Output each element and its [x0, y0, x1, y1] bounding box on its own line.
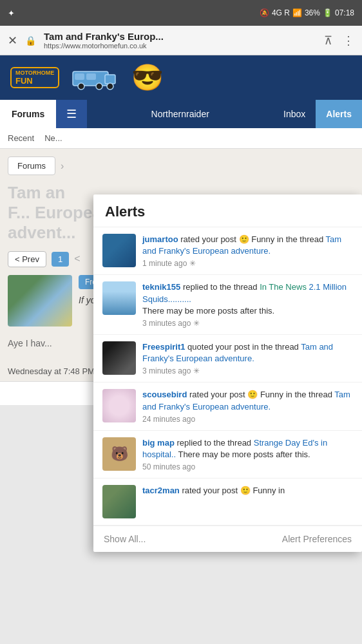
alert-preferences-link[interactable]: Alert Preferences — [282, 534, 352, 544]
battery-icon: 🔋 — [323, 8, 332, 17]
current-page: 1 — [52, 252, 69, 267]
site-header: MOTORHOME FUN 😎 — [0, 55, 362, 100]
alert-item[interactable]: tacr2man rated your post 🙂 Funny in — [93, 478, 362, 526]
avatar — [102, 485, 136, 518]
alert-content: jumartoo rated your post 🙂 Funny in the … — [142, 234, 353, 268]
alert-text: Freespirit1 quoted your post in the thre… — [142, 341, 353, 365]
sun-icon: ✳ — [193, 319, 200, 328]
url-bar[interactable]: https://www.motorhomefun.co.uk — [44, 42, 316, 50]
time-label: 07:18 — [335, 8, 354, 17]
alert-time: 3 minutes ago ✳ — [142, 319, 353, 328]
breadcrumb: Forums › — [8, 156, 354, 175]
status-bar: ✦ 🔕 4G R 📶 36% 🔋 07:18 — [0, 0, 362, 26]
alert-time: 24 minutes ago — [142, 415, 353, 424]
page-title: Tam and Franky's Europ... — [44, 31, 316, 42]
nav-hamburger-button[interactable]: ☰ — [56, 100, 87, 128]
nav-forums[interactable]: Forums — [0, 100, 56, 128]
site-logo[interactable]: MOTORHOME FUN — [10, 67, 59, 88]
alert-username: Freespirit1 — [142, 342, 185, 352]
show-all-link[interactable]: Show All... — [104, 534, 146, 544]
alert-item[interactable]: scousebird rated your post 🙂 Funny in th… — [93, 383, 362, 430]
alert-item[interactable]: 🐻 big map replied to the thread Strange … — [93, 431, 362, 478]
alert-content: Freespirit1 quoted your post in the thre… — [142, 341, 353, 375]
vehicle-icon — [70, 62, 121, 93]
site-mascot: 😎 — [131, 62, 164, 93]
alert-username: jumartoo — [142, 234, 178, 244]
svg-rect-1 — [75, 73, 84, 80]
menu-icon[interactable]: ⋮ — [343, 33, 354, 48]
logo-line2: FUN — [15, 76, 54, 86]
sub-nav: Recent Ne... — [0, 128, 362, 149]
share-icon[interactable]: ⊼ — [324, 33, 332, 48]
alert-time: 50 minutes ago — [142, 462, 353, 471]
sun-icon: ✳ — [193, 366, 200, 375]
app-icon: ✦ — [8, 8, 15, 18]
subnav-new[interactable]: Ne... — [44, 133, 62, 143]
avatar — [102, 234, 136, 267]
avatar — [102, 281, 136, 315]
alert-thread-name[interactable]: In The News — [260, 282, 307, 292]
alert-text: big map replied to the thread Strange Da… — [142, 437, 353, 460]
alert-time: 1 minute ago ✳ — [142, 259, 353, 268]
avatar: 🐻 — [102, 437, 136, 471]
alerts-panel: Alerts jumartoo rated your post 🙂 Funny … — [93, 194, 362, 552]
mute-icon: 🔕 — [260, 8, 269, 17]
lock-icon: 🔒 — [25, 35, 36, 46]
svg-point-6 — [107, 83, 113, 90]
logo-line1: MOTORHOME — [15, 70, 54, 76]
avatar — [102, 341, 136, 375]
forums-breadcrumb-button[interactable]: Forums — [8, 156, 55, 175]
svg-rect-5 — [105, 75, 115, 84]
browser-icons: ⊼ ⋮ — [324, 33, 354, 48]
browser-title: Tam and Franky's Europ... https://www.mo… — [44, 31, 316, 50]
alert-text: teknik155 replied to the thread In The N… — [142, 281, 353, 317]
alert-item[interactable]: jumartoo rated your post 🙂 Funny in the … — [93, 227, 362, 275]
status-right: 🔕 4G R 📶 36% 🔋 07:18 — [260, 8, 354, 17]
alert-username: scousebird — [142, 390, 187, 399]
alerts-footer: Show All... Alert Preferences — [93, 526, 362, 552]
signal-bars: 📶 — [292, 8, 302, 17]
subnav-recent[interactable]: Recent — [8, 133, 34, 143]
alert-username: teknik155 — [142, 282, 180, 292]
alert-content: scousebird rated your post 🙂 Funny in th… — [142, 389, 353, 423]
alert-content: teknik155 replied to the thread In The N… — [142, 281, 353, 328]
battery-label: 36% — [305, 8, 320, 17]
close-button[interactable]: ✕ — [8, 33, 17, 48]
alert-time: 3 minutes ago ✳ — [142, 366, 353, 375]
sun-icon: ✳ — [189, 259, 196, 268]
alert-text: scousebird rated your post 🙂 Funny in th… — [142, 389, 353, 412]
nav-bar: Forums ☰ Northernraider Inbox Alerts — [0, 100, 362, 128]
nav-alerts[interactable]: Alerts — [316, 100, 362, 128]
status-left: ✦ — [8, 8, 15, 18]
prev-page-button[interactable]: < Prev — [8, 251, 46, 267]
svg-rect-2 — [86, 73, 96, 80]
alert-username: tacr2man — [142, 486, 180, 495]
nav-username[interactable]: Northernraider — [87, 100, 273, 128]
alerts-panel-title: Alerts — [93, 194, 362, 227]
alert-content: big map replied to the thread Strange Da… — [142, 437, 353, 471]
network-label: 4G R — [272, 8, 290, 17]
svg-point-3 — [78, 83, 84, 90]
alert-content: tacr2man rated your post 🙂 Funny in — [142, 485, 353, 498]
post-thumbnail — [8, 275, 72, 327]
browser-bar: ✕ 🔒 Tam and Franky's Europ... https://ww… — [0, 26, 362, 55]
alert-text: jumartoo rated your post 🙂 Funny in the … — [142, 234, 353, 257]
alert-username: big map — [142, 438, 175, 448]
avatar — [102, 389, 136, 422]
alert-text: tacr2man rated your post 🙂 Funny in — [142, 485, 353, 497]
nav-inbox[interactable]: Inbox — [273, 100, 316, 128]
alert-item[interactable]: Freespirit1 quoted your post in the thre… — [93, 335, 362, 383]
next-arrow-icon[interactable]: < — [74, 253, 80, 265]
alert-item[interactable]: teknik155 replied to the thread In The N… — [93, 275, 362, 335]
chevron-right-icon: › — [61, 160, 64, 172]
svg-point-4 — [96, 83, 102, 90]
